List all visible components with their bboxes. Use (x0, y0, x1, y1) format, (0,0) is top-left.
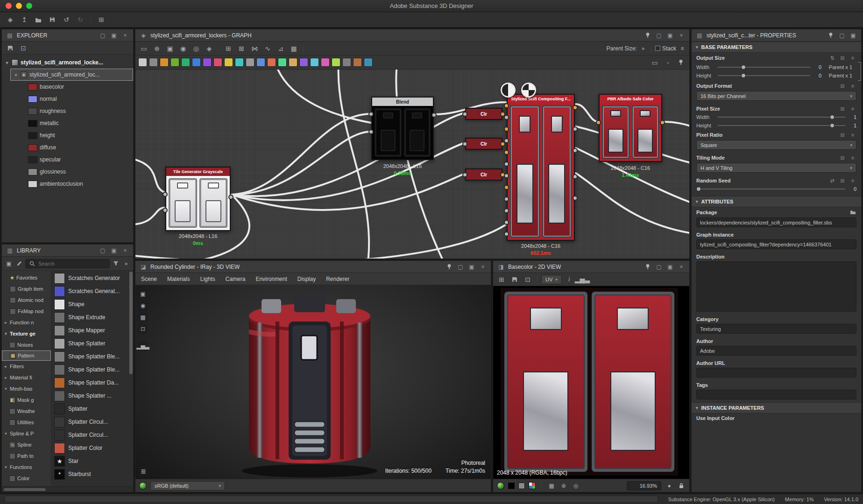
library-search-input[interactable] (38, 261, 107, 266)
overflow-chevron-icon[interactable]: » (639, 44, 647, 53)
export-image-icon[interactable]: ⊞ (496, 274, 507, 285)
library-item[interactable]: Shape Splatter Da... (53, 376, 128, 389)
tile-sampler-node-icon[interactable] (267, 58, 276, 67)
colorspace-select[interactable]: sRGB (default) ▾ (150, 481, 225, 490)
shuffle-seed-icon[interactable]: ⇄ (828, 177, 836, 184)
slope-blur-icon[interactable]: ⊿ (275, 43, 286, 54)
tags-field[interactable] (696, 390, 856, 399)
output-connector[interactable] (573, 174, 578, 179)
gradient-map-node-icon[interactable] (170, 58, 179, 67)
float-panel-icon[interactable]: ▢ (838, 31, 846, 40)
scene-settings-icon[interactable]: ▦ (138, 312, 148, 322)
close-panel-icon[interactable]: × (677, 31, 686, 40)
pin-panel-icon[interactable] (445, 263, 453, 271)
function-icon[interactable]: ⊟ (839, 132, 846, 138)
fit-view-icon[interactable]: ⊕ (559, 482, 568, 490)
input-connector[interactable] (368, 129, 374, 134)
input-connector[interactable] (462, 141, 467, 147)
maximize-panel-icon[interactable]: ▣ (666, 31, 674, 40)
input-connector[interactable] (504, 173, 509, 178)
parameter-menu-icon[interactable]: ≡ (849, 177, 856, 184)
output-connector[interactable] (660, 120, 665, 125)
input-connector[interactable] (504, 220, 509, 225)
input-connector[interactable] (504, 126, 509, 132)
expand-caret-icon[interactable]: ▸ (4, 375, 8, 380)
output-connector[interactable] (228, 195, 233, 200)
output-connector[interactable] (573, 126, 578, 132)
output-connector[interactable] (573, 148, 578, 153)
link-width-height-icon[interactable] (858, 62, 861, 81)
expand-caret-icon[interactable]: ▸ (4, 320, 8, 325)
library-item[interactable]: Splatter Color (53, 441, 128, 455)
explorer-output-glossiness[interactable]: glossiness (2, 166, 133, 178)
library-category-mesh-based[interactable]: ▾Mesh-bas (2, 383, 51, 394)
description-field[interactable] (696, 261, 856, 312)
graph-canvas[interactable]: Tile Generator Grayscale 2048x2048 - (135, 70, 689, 259)
maximize-panel-icon[interactable]: ▣ (467, 263, 476, 271)
normal-node-icon[interactable] (278, 58, 287, 67)
input-connector[interactable] (504, 185, 509, 190)
input-connector[interactable] (596, 120, 601, 125)
library-category-function-nodes[interactable]: ▸Function n (2, 317, 51, 328)
float-panel-icon[interactable]: ▢ (655, 263, 663, 271)
height-to-normal-node-icon[interactable] (289, 58, 297, 67)
library-category-path-tools[interactable]: Path to (2, 450, 51, 462)
warp-node-icon[interactable] (235, 58, 244, 67)
tiling-grid-icon[interactable]: ▦ (547, 482, 556, 490)
pin-panel-icon[interactable] (827, 31, 835, 40)
grid-display-icon[interactable]: ▦ (288, 43, 299, 54)
pixel-processor-node-icon[interactable] (353, 58, 362, 67)
library-horizontal-scrollbar[interactable] (2, 486, 133, 492)
output-connector[interactable] (573, 196, 578, 201)
maximize-panel-icon[interactable]: ▣ (666, 263, 674, 271)
explorer-graph-row[interactable]: ▾ ◈ stylized_scifi_armored_loc... (10, 69, 133, 81)
input-connector[interactable] (504, 138, 509, 143)
screenshot-icon[interactable]: ▣ (164, 43, 176, 54)
menu-scene[interactable]: Scene (141, 276, 157, 282)
library-category-material-filters[interactable]: ▸Material fi (2, 372, 51, 383)
library-item[interactable]: Scratches Generator (53, 272, 128, 285)
library-category-spline[interactable]: ∿Spline (2, 439, 51, 450)
relative-to-parent-icon[interactable]: ⇅ (828, 55, 836, 61)
parameter-menu-icon[interactable]: ≡ (849, 55, 856, 61)
library-category-filters[interactable]: ▸Filters (2, 361, 51, 372)
explorer-output-roughness[interactable]: roughness (2, 105, 133, 117)
pixel-width-slider[interactable] (718, 114, 845, 120)
attributes-section-header[interactable]: ▾ ATTRIBUTES (692, 196, 861, 207)
output-connector[interactable] (573, 105, 578, 110)
dot-node-icon[interactable]: ◦ (662, 57, 673, 68)
publish-icon[interactable]: ↥ (19, 14, 30, 25)
input-connector[interactable] (504, 103, 509, 108)
pin-panel-icon[interactable] (644, 31, 652, 40)
library-item[interactable]: Shape Extrude (53, 311, 128, 324)
graph-node-tile-generator[interactable]: Tile Generator Grayscale (165, 167, 231, 231)
library-category-noises[interactable]: Noises (2, 339, 51, 350)
library-category-functions[interactable]: ▾Functions (2, 462, 51, 473)
output-format-select[interactable]: 16 Bits per Channel ▾ (696, 91, 856, 101)
text-node-icon[interactable] (332, 58, 340, 67)
zoom-reset-icon[interactable]: ● (665, 482, 673, 490)
float-panel-icon[interactable]: ▢ (99, 246, 107, 255)
graph-instance-field[interactable]: tylized_scifi_compositing_filter?depende… (696, 239, 856, 249)
library-item[interactable]: Splatter Circul... (53, 428, 128, 441)
histogram-icon[interactable]: ▂▅▃ (577, 274, 588, 285)
close-panel-icon[interactable]: × (479, 263, 487, 271)
uniform-color-node-icon[interactable] (138, 58, 147, 67)
hsl-node-icon[interactable] (181, 58, 190, 67)
library-scrollbar[interactable] (129, 272, 133, 374)
collapse-caret-icon[interactable]: ▾ (5, 60, 9, 65)
overflow-chevron-icon[interactable]: » (122, 259, 130, 268)
save-icon[interactable] (47, 14, 58, 25)
display-options-icon[interactable]: ≣ (138, 466, 149, 477)
light-icon[interactable]: ◉ (138, 301, 148, 311)
library-item[interactable]: Shape Splatter Ble... (53, 350, 128, 363)
explorer-output-diffuse[interactable]: diffuse (2, 141, 133, 154)
collapse-caret-icon[interactable]: ▾ (4, 386, 8, 391)
material-ball-icon[interactable] (139, 482, 147, 490)
library-item[interactable]: Splatter (53, 402, 128, 415)
graph-node-stylized-scifi-compositing[interactable]: Stylized Scifi Compositing F... (507, 94, 575, 241)
export-icon[interactable]: ⊞ (96, 14, 107, 25)
float-panel-icon[interactable]: ▢ (655, 31, 663, 40)
package-path-field[interactable]: lockers/dependencies/stylized_scifi_comp… (696, 217, 856, 227)
shape-node-icon[interactable] (342, 58, 351, 67)
